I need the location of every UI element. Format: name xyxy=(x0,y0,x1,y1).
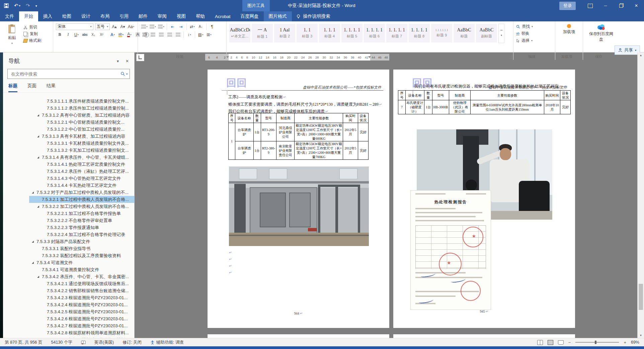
copy-button[interactable]: 复制 xyxy=(23,31,41,37)
paragraph[interactable]: 工序2——调质及布氏硬度检测↵ xyxy=(228,94,382,101)
document-page-945[interactable]: 回回 盘锦中亚石油技术有限公司——*包技术投标文件 我们公司有布氏硬度计检测仪器… xyxy=(393,70,575,328)
nav-heading-item[interactable]: 7.5.3.1.4.1 热处理工艺评定质量控制文件 xyxy=(29,161,134,168)
minimize-button[interactable]: ─ xyxy=(598,0,613,11)
close-pane-icon[interactable]: ✕ xyxy=(126,59,129,64)
collapse-arrow-icon[interactable] xyxy=(32,262,36,264)
zoom-in-button[interactable]: + xyxy=(624,340,626,345)
italic-button[interactable]: I xyxy=(64,31,72,38)
asian-layout-button[interactable]: ⇄▾ xyxy=(188,23,196,30)
equipment-table[interactable]: 序号设备名称数量型号制造商主要性能参数购买时间设备状况 7 布氏硬度计（磁硬度计… xyxy=(398,90,571,114)
right-indent-marker[interactable] xyxy=(368,56,371,60)
collapse-arrow-icon[interactable] xyxy=(32,241,36,243)
table-row[interactable]: 1 台车调质炉 1台 RT3-200-9 河北鼎佳炉业有限公司 额定功率45KW… xyxy=(229,123,369,141)
customize-qat-button[interactable]: ▾ xyxy=(35,4,37,8)
nav-heading-item[interactable]: 7.5.3.2.2.4 加工过程不合格零件处理记录 xyxy=(29,231,134,238)
zoom-level[interactable]: 69% xyxy=(631,340,639,345)
document-page-944[interactable]: 回回 盘锦中亚石油技术有限公司——*包技术投标文件 工序2——调质及布氏硬度检测… xyxy=(208,70,389,328)
zoom-slider-thumb[interactable] xyxy=(595,341,596,344)
ribbon-tab[interactable]: 引用 xyxy=(114,11,134,21)
redo-button[interactable]: ↷ xyxy=(26,3,30,9)
read-mode-button[interactable] xyxy=(537,340,543,345)
accessibility-indicator[interactable]: 辅助功能: 调查 xyxy=(150,340,184,345)
print-layout-button[interactable] xyxy=(548,340,553,345)
tell-me-search[interactable]: 操作说明搜索 xyxy=(292,11,334,21)
ribbon-tab[interactable]: 开始 xyxy=(19,11,38,21)
save-to-baidu-button[interactable]: 保存到百度网盘 xyxy=(588,23,615,54)
underline-button[interactable]: U▾ xyxy=(73,31,80,38)
nav-heading-item[interactable]: 7.5.3.1.3.2 卡瓦加工过程描述质量控制文... xyxy=(29,147,134,154)
nav-heading-item[interactable]: 7.5.3.1.3 具有卡瓦材质、加工过程描述内容 xyxy=(29,133,134,140)
scrollbar-thumb[interactable] xyxy=(639,284,643,310)
paragraph[interactable]: 锥体按工艺要求需要调质，调质的毛坯料尺寸为121*20*130，调质硬度为HB2… xyxy=(228,101,382,108)
search-input[interactable] xyxy=(10,71,120,77)
align-left-button[interactable] xyxy=(141,31,148,38)
style-gallery-item[interactable]: AaBbC 标题 xyxy=(454,24,475,42)
style-gallery-item[interactable]: 一 A 标题 1 xyxy=(252,24,273,42)
style-gallery-item[interactable]: 1. 1. 1. 1 标题 6 xyxy=(364,24,385,42)
nav-heading-item[interactable]: 7.5.3.1.2.2 中心管加工过程描述质量控... xyxy=(29,126,134,133)
collapse-arrow-icon[interactable] xyxy=(37,156,42,158)
style-gallery-item[interactable]: 1. 1. 1. 1 标题 7 xyxy=(386,24,407,42)
font-color-button[interactable]: A▾ xyxy=(126,31,133,38)
nav-heading-item[interactable]: 7.5.3.1.4.2 承压件（液缸）热处理工艺评... xyxy=(29,168,134,175)
multilevel-list-button[interactable]: ▾ xyxy=(157,23,165,30)
indent-marker[interactable] xyxy=(226,56,229,60)
distribute-button[interactable] xyxy=(174,31,182,38)
ribbon-tab[interactable]: 设计 xyxy=(76,11,95,21)
superscript-button[interactable]: X² xyxy=(98,31,105,38)
styles-dialog-launcher[interactable] xyxy=(509,55,512,59)
ribbon-tab[interactable]: 文件 xyxy=(0,11,19,21)
select-button[interactable]: 选择▾ xyxy=(516,38,533,43)
nav-heading-item[interactable]: 7.5.3.3.1 装配作业指导书 xyxy=(29,245,134,252)
nav-heading-item[interactable]: 7.5.3.1.4.4 卡瓦热处理工艺评定文件 xyxy=(29,182,134,189)
ribbon-tab[interactable]: Acrobat xyxy=(210,11,236,21)
table-row[interactable]: 7 布氏硬度计（磁硬度计） 1台 HB-3000B 佐勃物理（武汉）有限公司 测… xyxy=(398,100,571,114)
nav-heading-item[interactable]: 7.5.3.4.2.5 根据追溯批号PZY230203-01... xyxy=(29,308,134,315)
restore-button[interactable] xyxy=(613,0,629,11)
nav-heading-item[interactable]: 7.5.3.4.2.4 根据追溯批号PZY230203-01... xyxy=(29,301,134,308)
more-styles-button[interactable]: ▔▾ xyxy=(498,24,504,43)
scroll-up-icon[interactable]: ▲ xyxy=(638,52,644,58)
change-case-button[interactable]: Aa▾ xyxy=(127,23,135,30)
nav-heading-item[interactable]: 7.5.3.1.2.1 中心管材质描述质量控制文... xyxy=(29,119,134,126)
style-gallery-item[interactable]: 1. 1. 1. 1 标题 5 xyxy=(341,24,363,42)
scroll-down-icon[interactable]: ▼ xyxy=(638,333,644,338)
collapse-arrow-icon[interactable] xyxy=(37,114,42,116)
align-right-button[interactable] xyxy=(157,31,165,38)
style-gallery-item[interactable]: 1. 1 标题 3 xyxy=(297,24,318,42)
nav-heading-item[interactable]: 7.5.3.1.1.2 承压件加工过程描述质量控制... xyxy=(29,105,134,112)
ribbon-tab[interactable]: 图片格式 xyxy=(264,11,292,21)
collapse-arrow-icon[interactable] xyxy=(32,192,36,194)
sign-in-button[interactable]: 登录 xyxy=(559,2,576,10)
ribbon-tab[interactable]: 邮件 xyxy=(134,11,153,21)
nav-heading-item[interactable]: 7.5.3.4.2.3 根据追溯批号PZY230203-01... xyxy=(29,294,134,301)
ribbon-tab[interactable]: 百度网盘 xyxy=(236,11,264,21)
page-indicator[interactable]: 第 870 页, 共 956 页 xyxy=(5,340,43,345)
style-gallery-item[interactable]: 1. 1. 1. 1 标题 8 xyxy=(409,24,430,42)
cut-button[interactable]: 剪切 xyxy=(23,24,41,30)
web-layout-button[interactable] xyxy=(558,340,564,345)
style-gallery-item[interactable]: AaBbC 副标题 xyxy=(476,24,497,42)
zoom-out-button[interactable]: − xyxy=(568,340,571,345)
table-row[interactable]: 台车调质炉 1台 RT2-380-9 南京欧亚炉业有限责任公司 额定功率55KW… xyxy=(229,141,369,160)
nav-heading-item[interactable]: 7.5.3.4.2.6 根据追溯批号PZY230203-01... xyxy=(29,315,134,322)
nav-heading-item[interactable]: 7.5.3.4.1 可追溯质量控制文件 xyxy=(29,266,134,273)
proofing-status-icon[interactable] xyxy=(81,340,86,345)
zoom-slider[interactable] xyxy=(575,342,619,343)
nav-tab[interactable]: 标题 xyxy=(8,83,17,92)
equipment-table[interactable]: 序号设备名称数量型号制造商主要性能参数购买时间设备状况 1 台车调质炉 1台 R… xyxy=(228,113,369,160)
nav-heading-item[interactable]: 7.5.3.3 封隔器产品装配文件 xyxy=(29,238,134,245)
align-center-button[interactable] xyxy=(149,31,157,38)
document-search-box[interactable]: ▾ xyxy=(7,69,130,79)
show-marks-button[interactable]: ¶ xyxy=(208,23,216,30)
share-button[interactable]: 共享 ▾ xyxy=(615,45,640,55)
nav-heading-item[interactable]: 7.5.3.4 可追溯文件 xyxy=(29,259,134,266)
text-effects-button[interactable]: A▾ xyxy=(109,31,116,38)
nav-heading-item[interactable]: 7.5.3.1.1.1 承压件材质描述质量控制文件... xyxy=(29,98,134,105)
ribbon-tab[interactable]: 帮助 xyxy=(191,11,210,21)
nav-heading-item[interactable]: 7.5.3.2.2 加工过程中质检人员发现的不合格... xyxy=(29,203,134,210)
collapse-arrow-icon[interactable] xyxy=(37,206,42,208)
nav-tab[interactable]: 页面 xyxy=(27,83,36,92)
addins-button[interactable]: 加载项 xyxy=(560,23,578,54)
nav-heading-item[interactable]: 7.5.3.3.2 装配过程以及工序质量验收资料 xyxy=(29,252,134,259)
